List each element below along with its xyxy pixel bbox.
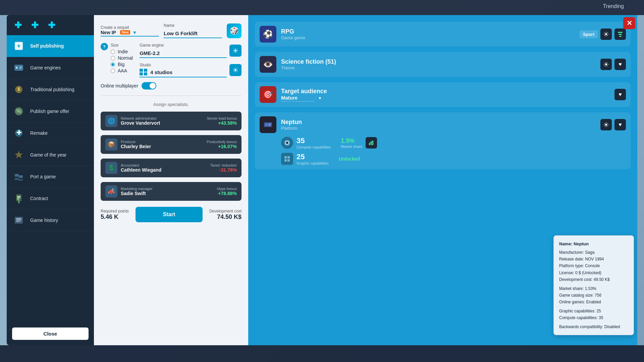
- theme-gear-btn[interactable]: [600, 59, 612, 70]
- tooltip-dev-cost: Development cost: 49.50 K$: [559, 276, 628, 283]
- cpu-icon: [281, 137, 293, 149]
- target-audience-row: 🎯 Target audience Mature ▼ ♥: [255, 82, 631, 107]
- add-icon-btn-3[interactable]: ✚: [46, 19, 58, 31]
- svg-rect-59: [287, 159, 290, 162]
- size-normal[interactable]: Normal: [111, 55, 133, 61]
- platform-row: Neptun Platform ♥: [255, 112, 631, 169]
- studio-group: Studio 4 studios: [140, 63, 227, 77]
- accountant-icon: 💲: [105, 162, 117, 174]
- right-panel: ✕ ⚽ RPG Game genre Sport: [248, 15, 637, 345]
- size-indie-radio[interactable]: [111, 50, 115, 54]
- market-chart-btn[interactable]: [366, 137, 377, 148]
- studio-row: Studio 4 studios: [140, 63, 241, 77]
- multiplayer-toggle[interactable]: [142, 82, 156, 89]
- theme-info: Science fiction (51) Theme: [281, 58, 596, 70]
- svg-point-32: [605, 33, 607, 35]
- spec-marketing-bonus-label: Hype bonus: [217, 187, 237, 191]
- tooltip-market-share: Market share: 1.53%: [559, 285, 628, 292]
- spec-network-name: Grove Vandervort: [121, 120, 160, 126]
- close-button[interactable]: Close: [12, 327, 89, 340]
- platform-title: Neptun: [281, 119, 596, 126]
- size-section: ? Size Indie Normal: [101, 43, 133, 73]
- size-indie[interactable]: Indie: [111, 49, 133, 54]
- svg-point-31: [234, 69, 236, 71]
- specialist-marketing[interactable]: 📣 Marketing manager Sadie Swift Hype bon…: [101, 182, 241, 201]
- platform-heart-btn[interactable]: ♥: [614, 119, 626, 130]
- engine-group: Game engine: [140, 43, 227, 58]
- name-input[interactable]: [164, 29, 222, 38]
- size-big[interactable]: Big: [111, 62, 133, 67]
- specialist-accountant[interactable]: 💲 Accountant Cathleen Wiegand Taxes' red…: [101, 159, 241, 177]
- platform-gear-btn[interactable]: [600, 119, 612, 130]
- size-aaa[interactable]: AAA: [111, 68, 133, 73]
- svg-rect-27: [140, 69, 143, 72]
- sequel-label: Create a sequel: [101, 25, 159, 30]
- publish-game-offer-icon: %: [12, 105, 25, 118]
- engine-studio-group: Game engine Studio: [140, 43, 241, 77]
- graphic-stat: 25 Graphic capabilities: [281, 153, 329, 165]
- sidebar-item-contract[interactable]: $ Contract: [7, 188, 94, 209]
- sidebar-item-remake[interactable]: ✚ Remake: [7, 122, 94, 144]
- compute-values: 35 Compute capabilities: [297, 136, 331, 149]
- sequel-value: New IP: [101, 30, 116, 35]
- genre-gear-btn[interactable]: [600, 28, 612, 40]
- studio-gear-btn[interactable]: [229, 64, 241, 76]
- spec-accountant-name: Cathleen Wiegand: [121, 167, 161, 173]
- tooltip-catalog: Game catalog size: 756: [559, 292, 628, 299]
- game-icon: 🎲: [227, 23, 241, 38]
- add-icon-btn-2[interactable]: ✚: [29, 19, 41, 31]
- studio-label: Studio: [140, 63, 227, 67]
- size-aaa-label: AAA: [118, 68, 127, 73]
- form-footer: Required points 5.46 K Start Development…: [101, 207, 241, 222]
- start-button[interactable]: Start: [136, 207, 203, 222]
- theme-heart-btn[interactable]: ♥: [614, 59, 626, 70]
- close-x-button[interactable]: ✕: [623, 17, 635, 29]
- add-icon-btn-1[interactable]: ✚: [12, 19, 24, 31]
- size-aaa-radio[interactable]: [111, 69, 115, 73]
- bottom-bar: [0, 345, 644, 362]
- sidebar-item-game-history[interactable]: Game history: [7, 209, 94, 231]
- genre-bars-btn[interactable]: [614, 28, 626, 40]
- sidebar-item-label-port-a-game: Port a game: [30, 174, 56, 179]
- size-label: Size: [111, 43, 133, 48]
- tooltip-backwards: Backwards compatibility: Disabled: [559, 323, 628, 330]
- required-points-value: 5.46 K: [101, 214, 129, 221]
- tooltip-manufacturer: Manufacturer: Saga: [559, 249, 628, 256]
- svg-rect-15: [15, 178, 19, 180]
- bar-2: [619, 34, 622, 35]
- sidebar-item-self-publishing[interactable]: + Self publishing: [7, 35, 94, 57]
- theme-title: Science fiction (51): [281, 58, 596, 65]
- engine-input[interactable]: [140, 49, 227, 58]
- spec-producer-role: Producer: [121, 140, 151, 144]
- sidebar-item-publish-game-offer[interactable]: % Publish game offer: [7, 101, 94, 122]
- genre-row: ⚽ RPG Game genre Sport: [255, 22, 631, 47]
- sidebar-item-port-a-game[interactable]: Port a game: [7, 166, 94, 188]
- sidebar-item-traditional-publishing[interactable]: $ Traditional publishing: [7, 79, 94, 101]
- genre-thumb: ⚽: [260, 26, 276, 43]
- size-normal-radio[interactable]: [111, 56, 115, 60]
- network-admin-icon: 🌐: [105, 115, 117, 127]
- sidebar-item-game-engines[interactable]: Game engines: [7, 57, 94, 79]
- size-big-radio[interactable]: [111, 62, 115, 67]
- compute-label: Compute capabilities: [297, 145, 331, 149]
- target-actions: ♥: [614, 89, 626, 100]
- plus-icon-2: ✚: [31, 21, 39, 29]
- svg-rect-36: [268, 124, 271, 124]
- svg-rect-14: [19, 175, 23, 178]
- spec-producer-left: 📦 Producer Charley Beier: [105, 138, 203, 150]
- engine-gear-btn[interactable]: [229, 45, 241, 57]
- spec-producer-info: Producer Charley Beier: [121, 140, 151, 149]
- platform-gear-icon: [603, 122, 609, 128]
- new-badge: New: [120, 30, 130, 35]
- size-help-btn[interactable]: ?: [101, 43, 108, 50]
- spec-accountant-info: Accountant Cathleen Wiegand: [121, 163, 161, 173]
- graphic-row: 25 Graphic capabilities Unlocked: [260, 153, 626, 165]
- svg-rect-40: [286, 142, 288, 144]
- spec-producer-bonus-value: +16.07%: [207, 144, 237, 149]
- target-heart-btn[interactable]: ♥: [614, 89, 626, 100]
- sidebar-item-label-publish-game-offer: Publish game offer: [30, 109, 69, 114]
- sidebar-item-game-of-the-year[interactable]: Game of the year: [7, 144, 94, 166]
- specialist-network[interactable]: 🌐 Network administrator Grove Vandervort…: [101, 112, 241, 130]
- sequel-chevron-icon: ▼: [132, 30, 137, 35]
- specialist-producer[interactable]: 📦 Producer Charley Beier Productivity bo…: [101, 135, 241, 154]
